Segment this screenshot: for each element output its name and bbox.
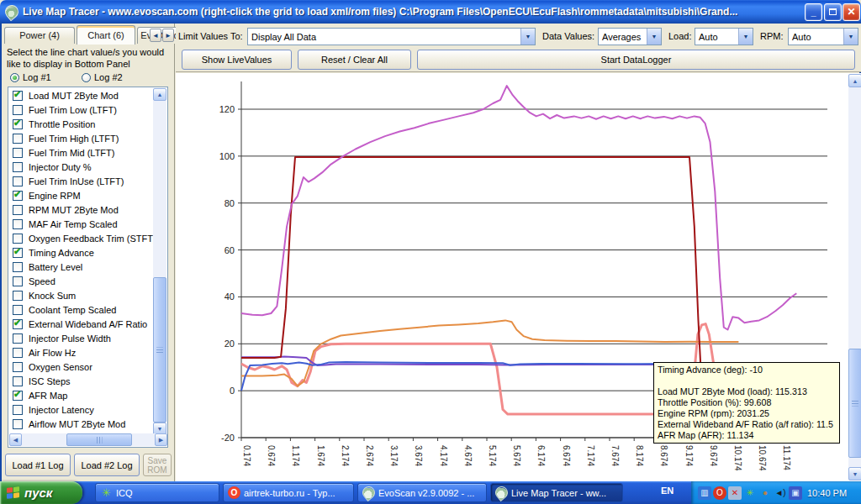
tab-power[interactable]: Power (4) [4,27,75,44]
no-connection-icon[interactable]: ✕ [728,486,742,500]
list-item[interactable]: Knock Sum [9,288,154,302]
scroll-up-icon[interactable]: ▲ [848,74,861,87]
load-log2-button[interactable]: Load #2 Log [74,454,140,476]
list-item[interactable]: Battery Level [9,260,154,274]
list-item[interactable]: Fuel Trim Low (LTFT) [9,102,154,117]
checkbox-icon[interactable] [13,105,23,115]
reset-clear-button[interactable]: Reset / Clear All [298,50,411,70]
list-item[interactable]: Injector Duty % [9,160,154,174]
list-item[interactable]: Throttle Position [9,117,154,131]
limit-values-combo[interactable]: Display All Data ▼ [247,28,536,45]
restore-button[interactable] [824,3,842,21]
list-item[interactable]: Speed [9,274,154,288]
checkbox-checked-icon[interactable] [13,91,23,101]
list-item[interactable]: Air Flow Hz [9,345,154,360]
chart-scroll-thumb[interactable] [848,349,861,458]
checkbox-icon[interactable] [13,276,23,286]
start-button[interactable]: пуск [0,481,82,504]
checkbox-icon[interactable] [13,176,23,186]
language-indicator[interactable]: EN [661,486,673,496]
checkbox-checked-icon[interactable] [13,191,23,201]
tab-scroll-left-icon[interactable]: ◄ [150,29,161,42]
icq-tray-icon[interactable]: ✳ [743,486,757,500]
chevron-down-icon[interactable]: ▼ [647,29,661,45]
taskbar-button-label: airtrek-turbo.ru - Typ... [244,488,335,498]
chevron-down-icon[interactable]: ▼ [738,29,753,45]
scroll-up-icon[interactable]: ▲ [153,88,166,101]
opera-tray-icon[interactable]: O [713,486,726,500]
listbox-scroll-thumb[interactable] [153,277,166,423]
list-item[interactable]: RPM MUT 2Byte Mod [9,202,154,217]
chevron-down-icon[interactable]: ▼ [843,29,858,45]
list-item[interactable]: Fuel Trim InUse (LTFT) [9,174,154,188]
network-icon[interactable]: ▥ [698,486,711,500]
checkbox-checked-icon[interactable] [13,119,23,129]
checkbox-icon[interactable] [13,262,23,272]
list-item[interactable]: ISC Steps [9,374,154,388]
svg-text:7.674: 7.674 [610,445,620,466]
scroll-right-icon[interactable]: ▶ [155,433,167,446]
listbox-vertical-scrollbar[interactable]: ▲ ▼ [153,88,166,435]
list-item[interactable]: Fuel Trim High (LTFT) [9,131,154,145]
list-item[interactable]: Oxygen Feedback Trim (STFT) [9,231,154,245]
taskbar-button-live-map-tracer-ww[interactable]: Live Map Tracer - ww... [490,483,623,502]
taskbar-button-airtrek-turbo-ru-typ[interactable]: Oairtrek-turbo.ru - Typ... [223,483,354,502]
list-item[interactable]: External Wideband A/F Ratio [9,317,154,331]
update-tray-icon[interactable]: ● [758,486,772,500]
checkbox-icon[interactable] [13,205,23,215]
taskbar-button-evoscan-v2-9-0092[interactable]: EvoScan v2.9.0092 - ... [357,483,487,502]
load-combo[interactable]: Auto ▼ [695,28,753,45]
tab-scroll-right-icon[interactable]: ► [162,29,174,42]
log1-radio[interactable]: Log #1 [10,72,51,82]
list-item[interactable]: MAF Air Temp Scaled [9,217,154,231]
checkbox-icon[interactable] [13,162,23,172]
log2-radio[interactable]: Log #2 [82,72,123,82]
minimize-button[interactable]: _ [805,3,822,21]
rpm-combo[interactable]: Auto ▼ [788,28,858,45]
show-livevalues-button[interactable]: Show LiveValues [182,50,292,70]
messenger-tray-icon[interactable]: ▣ [789,486,802,500]
checkbox-icon[interactable] [13,405,23,415]
checkbox-icon[interactable] [13,348,23,358]
checkbox-icon[interactable] [13,305,23,315]
checkbox-icon[interactable] [13,376,23,386]
scroll-left-icon[interactable]: ◀ [9,433,22,446]
load-log1-button[interactable]: Load #1 Log [5,454,71,476]
list-item[interactable]: Load MUT 2Byte Mod [9,88,154,102]
checkbox-icon[interactable] [13,362,23,372]
start-datalogger-button[interactable]: Start DataLogger [417,50,855,70]
checkbox-icon[interactable] [13,134,23,144]
checkbox-checked-icon[interactable] [13,319,23,329]
listbox-horizontal-scrollbar[interactable]: ◀ ▶ [9,433,167,446]
list-item[interactable]: Coolant Temp Scaled [9,302,154,317]
checkbox-icon[interactable] [13,148,23,158]
list-item[interactable]: Oxygen Sensor [9,360,154,374]
scroll-down-icon[interactable]: ▼ [848,467,861,480]
checkbox-checked-icon[interactable] [13,248,23,258]
list-item[interactable]: Injector Pulse Width [9,331,154,345]
data-values-combo[interactable]: Averages ▼ [598,28,662,45]
list-item[interactable]: Fuel Trim Mid (LTFT) [9,145,154,160]
taskbar-button-icq[interactable]: ✳ICQ [95,483,219,502]
save-rom-button[interactable]: SaveROM [143,454,172,476]
list-item[interactable]: Engine RPM [9,188,154,202]
checkbox-icon[interactable] [13,291,23,301]
close-button[interactable]: ✕ [843,3,860,21]
list-item[interactable]: Injector Latency [9,402,154,417]
chart-vertical-scrollbar[interactable]: ▲ ▼ [848,74,861,480]
checkbox-icon[interactable] [13,234,23,244]
checkbox-icon[interactable] [13,333,23,344]
list-item[interactable]: Airflow MUT 2Byte Mod [9,417,154,431]
tooltip-line: Load MUT 2Byte Mod (load): 115.313 [658,386,836,397]
tab-chart[interactable]: Chart (6) [77,25,135,45]
checkbox-checked-icon[interactable] [13,391,23,401]
volume-icon[interactable]: ◄) [774,486,787,500]
series-load-mut-2byte-mod-load- [241,86,796,329]
list-item[interactable]: AFR Map [9,388,154,402]
chevron-down-icon[interactable]: ▼ [520,29,535,45]
checkbox-icon[interactable] [13,419,23,429]
listbox-hscroll-thumb[interactable] [66,433,132,446]
rpm-label: RPM: [760,31,784,41]
checkbox-icon[interactable] [13,219,23,229]
list-item[interactable]: Timing Advance [9,245,154,260]
